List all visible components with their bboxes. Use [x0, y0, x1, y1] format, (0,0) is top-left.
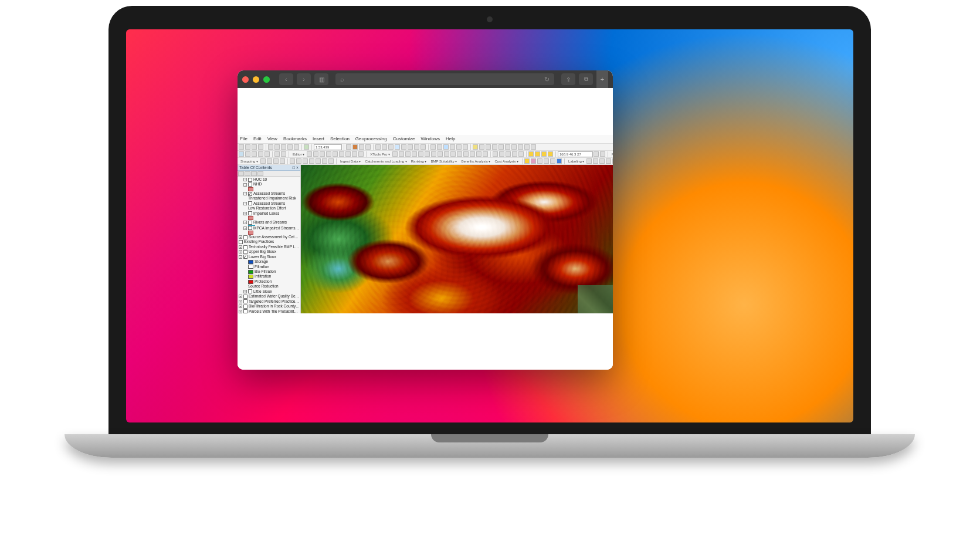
tool-icon[interactable] [303, 158, 308, 164]
tabs-button[interactable]: ⧉ [579, 73, 593, 85]
benefits-analysis-dropdown[interactable]: Benefits Analysis ▾ [461, 159, 490, 163]
tool-icon[interactable] [316, 158, 321, 164]
xtools-icon[interactable] [431, 151, 436, 157]
expand-toggle-icon[interactable]: + [239, 235, 242, 239]
tool-icon[interactable] [281, 151, 286, 157]
expand-toggle-icon[interactable]: + [243, 290, 247, 293]
tool-icon[interactable] [544, 158, 549, 164]
catalog-tree-icon[interactable] [252, 151, 257, 157]
tool-icon[interactable] [512, 151, 517, 157]
xtools-icon[interactable] [412, 151, 417, 157]
tool-icon[interactable] [518, 144, 523, 150]
xtools-icon[interactable] [444, 151, 449, 157]
layer-tree-item[interactable]: Filtration [238, 265, 300, 269]
expand-toggle-icon[interactable]: + [239, 310, 242, 313]
close-button[interactable] [242, 76, 249, 83]
layer-visibility-checkbox[interactable] [248, 178, 252, 182]
tool-icon[interactable] [499, 144, 504, 150]
layers-icon[interactable] [245, 151, 250, 157]
snap-end-icon[interactable] [267, 158, 272, 164]
python-icon[interactable] [359, 144, 364, 150]
list-by-drawing-icon[interactable] [238, 171, 244, 176]
refresh-icon[interactable] [265, 151, 270, 157]
xtools-icon[interactable] [418, 151, 423, 157]
tool-icon[interactable] [550, 158, 555, 164]
menu-insert[interactable]: Insert [313, 136, 324, 141]
layer-visibility-checkbox[interactable] [248, 182, 252, 187]
tool-icon[interactable] [594, 151, 599, 157]
gis-toolbar-editor[interactable]: Editor ▾ XTools Pro ▾ [238, 151, 613, 158]
layer-tree-item[interactable]: Threatened Impairment Risk [238, 196, 300, 201]
cut-icon[interactable] [268, 144, 273, 150]
tool-icon[interactable] [492, 144, 497, 150]
layer-tree-item[interactable]: Source Reduction [238, 284, 300, 289]
layer-visibility-checkbox[interactable] [243, 305, 247, 309]
toc-pin-close[interactable]: □ × [293, 165, 299, 170]
tool-icon[interactable] [290, 158, 295, 164]
layer-tree-item[interactable]: -MPCA Impaired Streams (2016) [238, 226, 300, 231]
xtools-icon[interactable] [470, 151, 475, 157]
expand-toggle-icon[interactable]: + [243, 212, 247, 215]
menu-file[interactable]: File [240, 136, 247, 141]
layer-tree-item[interactable]: +Technically Feasible BMP Locations By P… [238, 245, 300, 249]
layer-tree-item[interactable] [238, 187, 300, 191]
paste-icon[interactable] [281, 144, 286, 150]
xtools-icon[interactable] [438, 151, 443, 157]
fixed-zoom-in-icon[interactable] [401, 144, 406, 150]
catchments-dropdown[interactable]: Catchments and Loading ▾ [365, 159, 406, 163]
layer-tree-item[interactable]: -Assessed Streams [238, 201, 300, 206]
menu-edit[interactable]: Edit [253, 136, 262, 141]
pagetext-dropdown[interactable]: Page Text ▾ [612, 152, 613, 156]
expand-toggle-icon[interactable]: - [243, 178, 247, 181]
tool-icon[interactable] [537, 158, 542, 164]
xtools-icon[interactable] [463, 151, 469, 157]
georef-icon[interactable] [548, 151, 553, 157]
tool-icon[interactable] [309, 158, 314, 164]
find-icon[interactable] [450, 144, 455, 150]
map-view[interactable] [301, 165, 613, 313]
expand-toggle-icon[interactable]: - [243, 192, 247, 195]
layer-visibility-checkbox[interactable] [248, 221, 252, 225]
measure-icon[interactable] [463, 144, 468, 150]
reshape-icon[interactable] [320, 151, 325, 157]
layer-tree-item[interactable]: -Lower Big Sioux [238, 255, 300, 259]
editor-toolbar-icon[interactable] [346, 144, 351, 150]
reload-icon[interactable]: ↻ [544, 76, 550, 83]
layer-tree-item[interactable]: -Rivers and Streams [238, 220, 300, 225]
toc-display-tabs[interactable] [238, 171, 300, 177]
toc-title-bar[interactable]: Table Of Contents □ × [238, 165, 300, 171]
snap-point-icon[interactable] [260, 158, 266, 164]
tool-icon[interactable] [531, 158, 536, 164]
snap-edge-icon[interactable] [280, 158, 285, 164]
layer-tree-item[interactable]: +Parcels With Tile Probability Index [238, 309, 300, 314]
layer-visibility-checkbox[interactable] [243, 255, 247, 259]
cost-analysis-dropdown[interactable]: Cost Analysis ▾ [494, 159, 518, 163]
tool-icon[interactable] [524, 158, 530, 164]
layer-tree-item[interactable]: Infiltration [238, 274, 300, 279]
tool-icon[interactable] [524, 144, 530, 150]
layer-tree-item[interactable]: +Source Assessment by Catchment [238, 235, 300, 239]
layer-visibility-checkbox[interactable] [243, 245, 247, 249]
layer-tree-item[interactable]: +Impaired Lakes [238, 211, 300, 216]
georef-icon[interactable] [541, 151, 547, 157]
layer-visibility-checkbox[interactable] [239, 240, 243, 244]
tool-icon[interactable] [518, 151, 524, 157]
open-icon[interactable] [245, 144, 250, 150]
fixed-zoom-out-icon[interactable] [408, 144, 413, 150]
label-icon[interactable] [586, 158, 592, 164]
label-icon[interactable] [599, 158, 605, 164]
tool-icon[interactable] [505, 144, 510, 150]
georef-icon[interactable] [535, 151, 540, 157]
layer-tree-item[interactable] [238, 216, 300, 220]
grid-icon[interactable] [258, 151, 263, 157]
expand-toggle-icon[interactable]: - [239, 255, 242, 259]
layer-tree-item[interactable]: -Assessed Streams [238, 191, 300, 196]
toolbox-icon[interactable] [352, 144, 358, 150]
goto-xy-icon[interactable] [456, 144, 462, 150]
xtools-icon[interactable] [399, 151, 404, 157]
model-builder-icon[interactable] [365, 144, 371, 150]
forward-button[interactable]: › [297, 73, 311, 85]
clear-selection-icon[interactable] [437, 144, 442, 150]
gis-menubar[interactable]: FileEditViewBookmarksInsertSelectionGeop… [238, 135, 613, 144]
layer-visibility-checkbox[interactable] [243, 235, 247, 239]
